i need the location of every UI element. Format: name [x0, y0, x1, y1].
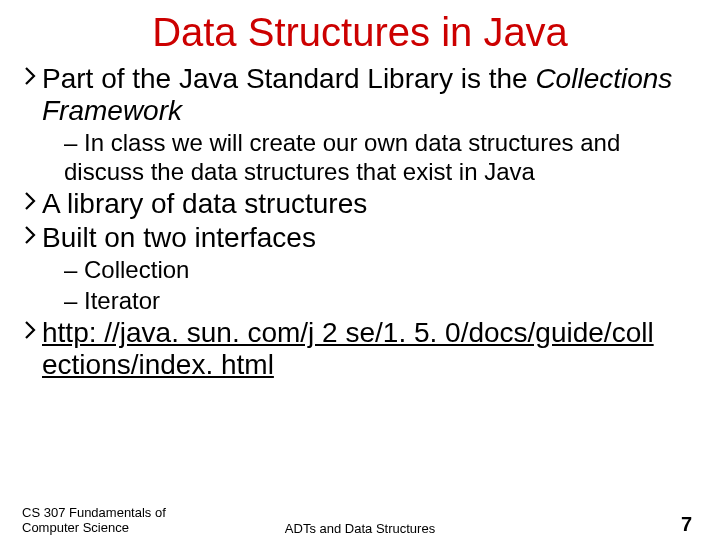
- bullet-4-text: http: //java. sun. com/j 2 se/1. 5. 0/do…: [42, 317, 696, 381]
- bullet-3-text: Built on two interfaces: [42, 222, 696, 254]
- footer-center: ADTs and Data Structures: [0, 521, 720, 536]
- page-number: 7: [681, 513, 692, 536]
- bullet-1-sub-1: – In class we will create our own data s…: [64, 129, 696, 186]
- bullet-3-sub-1: – Collection: [64, 256, 696, 284]
- bullet-1: Part of the Java Standard Library is the…: [24, 63, 696, 127]
- bullet-icon: [24, 63, 36, 85]
- slide: Data Structures in Java Part of the Java…: [0, 10, 720, 540]
- slide-content: Part of the Java Standard Library is the…: [0, 63, 720, 381]
- bullet-1-text: Part of the Java Standard Library is the…: [42, 63, 696, 127]
- bullet-2: A library of data structures: [24, 188, 696, 220]
- bullet-icon: [24, 317, 36, 339]
- slide-title: Data Structures in Java: [0, 10, 720, 55]
- bullet-4: http: //java. sun. com/j 2 se/1. 5. 0/do…: [24, 317, 696, 381]
- bullet-3: Built on two interfaces: [24, 222, 696, 254]
- bullet-3-sub-2: – Iterator: [64, 287, 696, 315]
- bullet-2-text: A library of data structures: [42, 188, 696, 220]
- bullet-1-plain: Part of the Java Standard Library is the: [42, 63, 535, 94]
- bullet-icon: [24, 188, 36, 210]
- reference-link[interactable]: http: //java. sun. com/j 2 se/1. 5. 0/do…: [42, 317, 654, 380]
- bullet-icon: [24, 222, 36, 244]
